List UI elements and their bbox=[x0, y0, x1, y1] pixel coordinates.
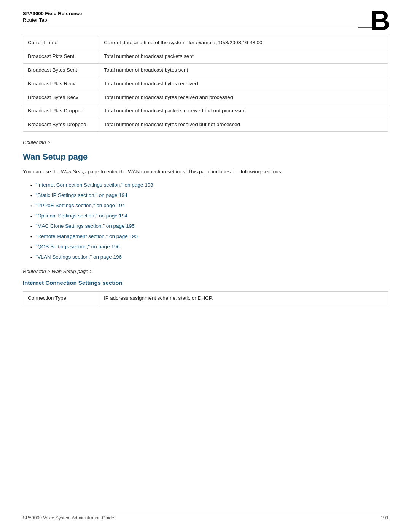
main-content: Current TimeCurrent date and time of the… bbox=[0, 28, 411, 305]
footer-page-number: 193 bbox=[381, 515, 388, 521]
header-rule bbox=[23, 26, 388, 26]
page-container: SPA9000 Field Reference Router Tab B Cur… bbox=[0, 0, 411, 532]
section-link[interactable]: "PPPoE Settings section," on page 194 bbox=[36, 202, 125, 209]
internet-connection-table: Connection TypeIP address assignment sch… bbox=[23, 291, 388, 305]
section-link[interactable]: "Static IP Settings section," on page 19… bbox=[36, 192, 127, 199]
table-row: Current TimeCurrent date and time of the… bbox=[23, 36, 388, 50]
list-item: "Internet Connection Settings section," … bbox=[30, 182, 388, 189]
list-item: "Static IP Settings section," on page 19… bbox=[30, 192, 388, 199]
intro-text-after: page to enter the WAN connection setting… bbox=[86, 169, 283, 174]
field-name: Broadcast Bytes Recv bbox=[23, 91, 99, 104]
field-description: Total number of broadcast bytes received… bbox=[99, 91, 388, 104]
wan-setup-intro: You can use the Wan Setup page to enter … bbox=[23, 168, 388, 176]
field-name: Broadcast Pkts Recv bbox=[23, 77, 99, 91]
field-description: Total number of broadcast bytes sent bbox=[99, 63, 388, 77]
list-item: "Optional Settings section," on page 194 bbox=[30, 212, 388, 220]
section-link[interactable]: "QOS Settings section," on page 196 bbox=[36, 243, 120, 251]
table-row: Broadcast Bytes RecvTotal number of broa… bbox=[23, 91, 388, 104]
footer-document-title: SPA9000 Voice System Administration Guid… bbox=[23, 515, 114, 521]
field-name: Broadcast Pkts Dropped bbox=[23, 104, 99, 118]
breadcrumb-2: Router tab > Wan Setup page > bbox=[23, 268, 388, 274]
broadcast-stats-table: Current TimeCurrent date and time of the… bbox=[23, 36, 388, 132]
field-name: Connection Type bbox=[23, 291, 99, 305]
table-row: Broadcast Pkts SentTotal number of broad… bbox=[23, 50, 388, 63]
section-link[interactable]: "Optional Settings section," on page 194 bbox=[36, 212, 128, 220]
list-item: "Remote Management section," on page 195 bbox=[30, 233, 388, 240]
intro-text-before: You can use the bbox=[23, 169, 61, 174]
internet-connection-heading: Internet Connection Settings section bbox=[23, 280, 388, 286]
field-description: Total number of broadcast bytes received… bbox=[99, 118, 388, 132]
field-name: Broadcast Bytes Dropped bbox=[23, 118, 99, 132]
field-description: Total number of broadcast bytes received bbox=[99, 77, 388, 91]
chapter-subtitle: Router Tab bbox=[23, 17, 388, 23]
document-title: SPA9000 Field Reference bbox=[23, 11, 388, 16]
list-item: "MAC Clone Settings section," on page 19… bbox=[30, 223, 388, 230]
field-description: Total number of broadcast packets receiv… bbox=[99, 104, 388, 118]
sections-bullet-list: "Internet Connection Settings section," … bbox=[30, 182, 388, 260]
list-item: "QOS Settings section," on page 196 bbox=[30, 243, 388, 251]
section-link[interactable]: "Internet Connection Settings section," … bbox=[36, 182, 153, 189]
field-name: Broadcast Pkts Sent bbox=[23, 50, 99, 63]
field-description: Total number of broadcast packets sent bbox=[99, 50, 388, 63]
table-row: Broadcast Pkts RecvTotal number of broad… bbox=[23, 77, 388, 91]
table-row: Broadcast Pkts DroppedTotal number of br… bbox=[23, 104, 388, 118]
breadcrumb-1: Router tab > bbox=[23, 139, 388, 145]
page-header: SPA9000 Field Reference Router Tab bbox=[0, 0, 411, 23]
section-link[interactable]: "Remote Management section," on page 195 bbox=[36, 233, 138, 240]
intro-italic: Wan Setup bbox=[61, 169, 86, 174]
field-description: Current date and time of the system; for… bbox=[99, 36, 388, 50]
field-description: IP address assignment scheme, static or … bbox=[99, 291, 388, 305]
table-row: Broadcast Bytes DroppedTotal number of b… bbox=[23, 118, 388, 132]
page-footer: SPA9000 Voice System Administration Guid… bbox=[23, 512, 388, 521]
table-row: Broadcast Bytes SentTotal number of broa… bbox=[23, 63, 388, 77]
wan-setup-heading: Wan Setup page bbox=[23, 152, 388, 162]
chapter-letter: B bbox=[370, 7, 390, 34]
list-item: "VLAN Settings section," on page 196 bbox=[30, 254, 388, 261]
list-item: "PPPoE Settings section," on page 194 bbox=[30, 202, 388, 209]
section-link[interactable]: "VLAN Settings section," on page 196 bbox=[36, 254, 122, 261]
section-link[interactable]: "MAC Clone Settings section," on page 19… bbox=[36, 223, 135, 230]
table-row: Connection TypeIP address assignment sch… bbox=[23, 291, 388, 305]
field-name: Broadcast Bytes Sent bbox=[23, 63, 99, 77]
field-name: Current Time bbox=[23, 36, 99, 50]
